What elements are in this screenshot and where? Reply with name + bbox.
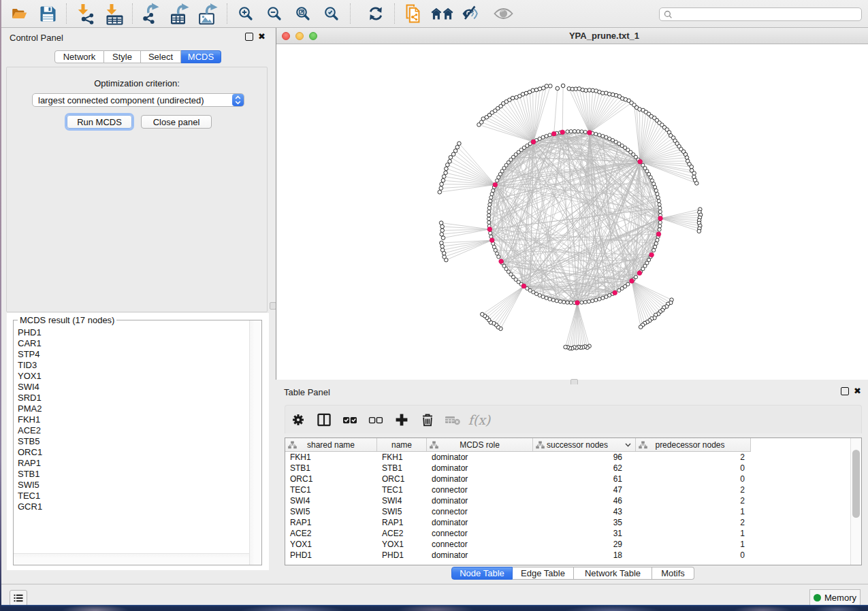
table-scrollbar-thumb[interactable] bbox=[852, 450, 860, 518]
table-cell[interactable]: 0 bbox=[636, 550, 751, 561]
table-cell[interactable]: 47 bbox=[533, 484, 636, 495]
float-panel-icon[interactable] bbox=[245, 33, 253, 41]
table-cell[interactable]: 35 bbox=[533, 517, 636, 528]
mcds-result-item[interactable]: CAR1 bbox=[14, 338, 249, 349]
mcds-result-item[interactable]: YOX1 bbox=[14, 371, 249, 382]
mcds-results-list[interactable]: PHD1CAR1STP4TID3YOX1SWI4SRD1PMA2FKH1ACE2… bbox=[14, 327, 249, 564]
table-row[interactable]: SWI4SWI4dominator462 bbox=[285, 495, 851, 506]
copy-network-button[interactable] bbox=[399, 2, 428, 25]
network-view-titlebar[interactable]: YPA_prune.txt_1 bbox=[276, 28, 868, 44]
table-cell[interactable]: dominator bbox=[427, 550, 533, 561]
table-cell[interactable]: ORC1 bbox=[285, 474, 377, 484]
table-cell[interactable]: 46 bbox=[533, 495, 636, 506]
table-row[interactable]: RAP1RAP1dominator352 bbox=[285, 517, 851, 528]
table-cell[interactable]: dominator bbox=[427, 517, 533, 528]
table-cell[interactable]: 31 bbox=[533, 528, 636, 539]
table-row[interactable]: TEC1TEC1connector472 bbox=[285, 484, 851, 495]
tab-motifs[interactable]: Motifs bbox=[652, 567, 694, 580]
table-cell[interactable]: FKH1 bbox=[285, 452, 377, 463]
mcds-result-item[interactable]: RAP1 bbox=[14, 458, 249, 469]
mcds-result-item[interactable]: PHD1 bbox=[14, 327, 249, 338]
save-session-button[interactable] bbox=[33, 2, 62, 25]
network-graph[interactable] bbox=[276, 44, 868, 380]
table-cell[interactable]: connector bbox=[427, 506, 533, 517]
table-cell[interactable]: 29 bbox=[533, 539, 636, 550]
delete-row-button[interactable] bbox=[415, 408, 440, 431]
table-cell[interactable]: 18 bbox=[533, 550, 636, 561]
table-cell[interactable]: ACE2 bbox=[285, 528, 377, 539]
table-cell[interactable]: TEC1 bbox=[285, 484, 377, 495]
table-cell[interactable]: SWI4 bbox=[285, 495, 377, 506]
close-panel-icon[interactable]: ✖ bbox=[258, 33, 266, 40]
mcds-results-hscrollbar[interactable] bbox=[14, 553, 249, 565]
table-row[interactable]: PHD1PHD1dominator180 bbox=[285, 550, 851, 561]
table-options-button[interactable] bbox=[285, 408, 311, 431]
mcds-result-item[interactable]: PMA2 bbox=[14, 403, 249, 414]
mcds-result-item[interactable]: ACE2 bbox=[14, 425, 249, 436]
table-cell[interactable]: ORC1 bbox=[377, 474, 427, 484]
delete-table-button[interactable] bbox=[440, 408, 466, 431]
table-cell[interactable]: PHD1 bbox=[285, 550, 377, 561]
search-field[interactable] bbox=[659, 7, 862, 21]
table-cell[interactable]: dominator bbox=[427, 495, 533, 506]
table-cell[interactable]: connector bbox=[427, 528, 533, 539]
table-cell[interactable]: SWI4 bbox=[377, 495, 427, 506]
mcds-result-item[interactable]: SWI5 bbox=[14, 480, 249, 491]
table-cell[interactable]: 0 bbox=[636, 463, 751, 474]
table-cell[interactable]: SWI5 bbox=[285, 506, 377, 517]
tab-node-table[interactable]: Node Table bbox=[451, 567, 513, 580]
mcds-result-item[interactable]: STB1 bbox=[14, 469, 249, 480]
table-cell[interactable]: dominator bbox=[427, 463, 533, 474]
table-cell[interactable]: 2 bbox=[636, 517, 751, 528]
tab-edge-table[interactable]: Edge Table bbox=[513, 567, 574, 580]
table-cell[interactable]: 1 bbox=[636, 528, 751, 539]
float-panel-icon[interactable] bbox=[841, 387, 849, 395]
open-file-button[interactable] bbox=[5, 2, 33, 25]
table-cell[interactable]: 0 bbox=[636, 474, 751, 484]
mcds-result-item[interactable]: SRD1 bbox=[14, 393, 249, 403]
table-scrollbar[interactable] bbox=[850, 438, 861, 565]
table-row[interactable]: SWI5SWI5connector431 bbox=[285, 506, 851, 517]
export-network-button[interactable] bbox=[137, 2, 165, 25]
table-cell[interactable]: RAP1 bbox=[285, 517, 377, 528]
tab-select[interactable]: Select bbox=[141, 50, 181, 63]
mcds-result-item[interactable]: GCR1 bbox=[14, 501, 249, 512]
task-history-button[interactable] bbox=[10, 590, 27, 606]
table-cell[interactable]: YOX1 bbox=[377, 539, 427, 550]
table-row[interactable]: ACE2ACE2connector311 bbox=[285, 528, 851, 539]
memory-button[interactable]: Memory bbox=[809, 589, 861, 606]
mcds-results-scrollbar[interactable] bbox=[249, 320, 261, 565]
zoom-selected-button[interactable] bbox=[317, 2, 346, 25]
window-minimize-button[interactable] bbox=[295, 32, 304, 41]
table-cell[interactable]: connector bbox=[427, 484, 533, 495]
export-image-button[interactable] bbox=[194, 2, 223, 25]
close-panel-button[interactable]: Close panel bbox=[141, 115, 212, 129]
refresh-button[interactable] bbox=[361, 2, 390, 25]
import-table-button[interactable] bbox=[99, 2, 128, 25]
mcds-result-item[interactable]: STB5 bbox=[14, 436, 249, 447]
zoom-in-button[interactable] bbox=[231, 2, 260, 25]
mcds-result-item[interactable]: TEC1 bbox=[14, 491, 249, 501]
tab-network-table[interactable]: Network Table bbox=[574, 567, 652, 580]
close-panel-icon[interactable]: ✖ bbox=[854, 388, 861, 395]
function-builder-button[interactable]: f(x) bbox=[466, 408, 492, 431]
table-row[interactable]: ORC1ORC1dominator610 bbox=[285, 474, 851, 484]
mcds-result-item[interactable]: ORC1 bbox=[14, 447, 249, 458]
table-cell[interactable]: STB1 bbox=[377, 463, 427, 474]
table-row[interactable]: FKH1FKH1dominator962 bbox=[285, 452, 851, 463]
show-all-button[interactable] bbox=[489, 2, 517, 25]
table-cell[interactable]: 61 bbox=[533, 474, 636, 484]
zoom-fit-button[interactable] bbox=[289, 2, 317, 25]
column-header-successor-nodes[interactable]: successor nodes bbox=[533, 438, 636, 451]
deselect-all-button[interactable] bbox=[363, 408, 389, 431]
table-cell[interactable]: RAP1 bbox=[377, 517, 427, 528]
table-cell[interactable]: 2 bbox=[636, 484, 751, 495]
import-network-button[interactable] bbox=[71, 2, 99, 25]
table-cell[interactable]: 2 bbox=[636, 452, 751, 463]
show-columns-button[interactable] bbox=[311, 408, 337, 431]
table-cell[interactable]: STB1 bbox=[285, 463, 377, 474]
zoom-out-button[interactable] bbox=[260, 2, 289, 25]
column-header-MCDS-role[interactable]: MCDS role bbox=[427, 438, 533, 451]
add-row-button[interactable] bbox=[389, 408, 415, 431]
column-header-name[interactable]: name bbox=[377, 438, 427, 451]
